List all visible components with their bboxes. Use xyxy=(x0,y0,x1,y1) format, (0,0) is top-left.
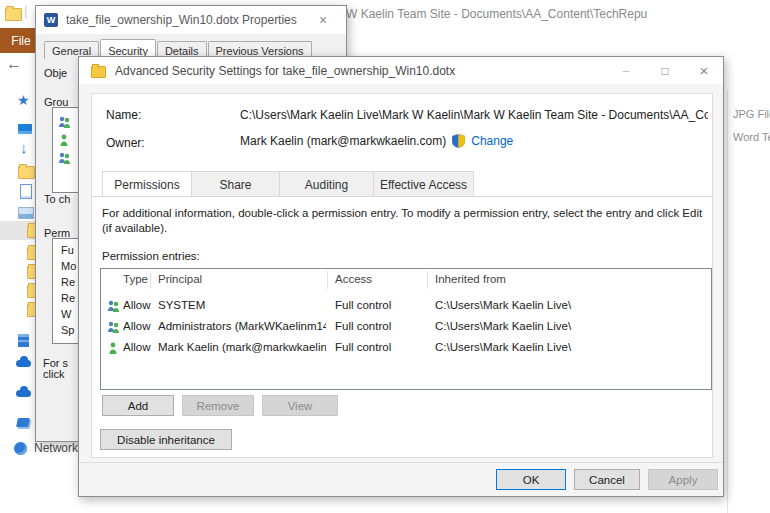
col-principal[interactable]: Principal xyxy=(158,273,202,285)
cell-inherited: C:\Users\Mark Kaelin Live\ xyxy=(435,299,705,311)
add-button[interactable]: Add xyxy=(102,395,174,416)
name-value: C:\Users\Mark Kaelin Live\Mark W Kaelin\… xyxy=(240,108,708,122)
tab-underline xyxy=(92,196,712,197)
network-icon xyxy=(14,442,27,455)
tab-auditing[interactable]: Auditing xyxy=(280,171,374,197)
advanced-title: Advanced Security Settings for take_file… xyxy=(115,64,602,78)
picture-icon xyxy=(18,207,34,219)
sidebar-item-onedrive-folder[interactable] xyxy=(18,165,35,183)
column-separator xyxy=(150,271,151,289)
table-row[interactable]: Allow Mark Kaelin (mark@markwkaelin.com)… xyxy=(101,339,709,360)
sidebar-item-downloads[interactable]: ↓ xyxy=(20,139,28,157)
maximize-icon[interactable]: □ xyxy=(650,61,680,81)
instruction-text: For additional information, double-click… xyxy=(102,206,706,236)
onedrive-cloud-icon xyxy=(16,360,31,367)
sidebar-item-network[interactable]: Network xyxy=(14,441,78,455)
cell-principal: Mark Kaelin (mark@markwkaelin.com) xyxy=(158,341,326,353)
minimize-icon[interactable]: – xyxy=(611,61,641,81)
tab-permissions[interactable]: Permissions xyxy=(102,171,192,197)
column-divider xyxy=(727,90,728,513)
download-arrow-icon: ↓ xyxy=(20,141,28,155)
cell-access: Full control xyxy=(335,299,391,311)
quick-access-folder-icon[interactable] xyxy=(5,8,22,21)
star-icon: ★ xyxy=(17,93,30,107)
security-folder-icon xyxy=(91,66,106,78)
file-type-cell: Word Te xyxy=(733,131,770,143)
onedrive-cloud-icon xyxy=(16,390,31,397)
users-icon xyxy=(107,321,120,333)
table-row[interactable]: Allow Administrators (MarkWKaelinm14x\A.… xyxy=(101,318,709,339)
tab-effective-access[interactable]: Effective Access xyxy=(374,171,474,197)
this-pc-icon xyxy=(16,418,30,427)
cell-principal: Administrators (MarkWKaelinm14x\A... xyxy=(158,320,326,332)
footer-separator xyxy=(79,462,723,463)
view-button: View xyxy=(262,395,338,416)
cell-inherited: C:\Users\Mark Kaelin Live\ xyxy=(435,341,705,353)
file-type-cell: JPG File xyxy=(733,108,770,120)
change-owner-link[interactable]: Change xyxy=(471,134,513,148)
sidebar-item-documents[interactable] xyxy=(20,184,32,203)
tab-share[interactable]: Share xyxy=(192,171,280,197)
explorer-window-title: W Kaelin Team Site - Documents\AA_Conten… xyxy=(346,7,766,21)
cancel-button[interactable]: Cancel xyxy=(574,469,640,490)
cell-principal: SYSTEM xyxy=(158,299,326,311)
owner-label: Owner: xyxy=(106,136,145,150)
sidebar-item-label: Network xyxy=(34,441,78,455)
cell-access: Full control xyxy=(335,341,391,353)
cell-type: Allow xyxy=(123,341,150,353)
advanced-tabs: PermissionsShareAuditingEffective Access xyxy=(102,171,474,197)
users-icon xyxy=(58,116,71,128)
folder-icon xyxy=(18,166,35,179)
cell-type: Allow xyxy=(123,299,150,311)
cell-inherited: C:\Users\Mark Kaelin Live\ xyxy=(435,320,705,332)
owner-value: Mark Kaelin (mark@markwkaelin.com) xyxy=(240,134,446,148)
advanced-security-dialog: Advanced Security Settings for take_file… xyxy=(78,56,724,497)
permission-entries-label: Permission entries: xyxy=(102,249,200,264)
column-separator xyxy=(327,271,328,289)
special-permissions-note-2: click xyxy=(43,368,81,380)
word-document-icon: W xyxy=(44,13,58,27)
toolbar-separator: | xyxy=(24,3,27,18)
advanced-content-panel: Name: C:\Users\Mark Kaelin Live\Mark W K… xyxy=(91,93,713,458)
users-icon xyxy=(58,152,71,164)
monitor-icon xyxy=(18,124,32,134)
library-icon xyxy=(18,334,29,347)
properties-titlebar[interactable]: W take_file_ownership_Win10.dotx Propert… xyxy=(36,6,346,34)
document-icon xyxy=(20,184,32,199)
column-separator xyxy=(427,271,428,289)
col-type[interactable]: Type xyxy=(123,273,148,285)
user-icon xyxy=(58,134,71,146)
col-inherited-from[interactable]: Inherited from xyxy=(435,273,506,285)
uac-shield-icon xyxy=(452,134,465,148)
back-button[interactable]: ← xyxy=(6,55,22,73)
permission-entries-table[interactable]: Type Principal Access Inherited from All… xyxy=(100,268,712,390)
col-access[interactable]: Access xyxy=(335,273,372,285)
cell-access: Full control xyxy=(335,320,391,332)
remove-button: Remove xyxy=(182,395,254,416)
apply-button: Apply xyxy=(648,469,718,490)
ok-button[interactable]: OK xyxy=(496,469,566,490)
advanced-titlebar[interactable]: Advanced Security Settings for take_file… xyxy=(79,57,723,84)
close-icon[interactable]: × xyxy=(689,61,719,81)
disable-inheritance-button[interactable]: Disable inheritance xyxy=(100,429,232,450)
sidebar-item-desktop[interactable] xyxy=(18,120,32,138)
table-row[interactable]: Allow SYSTEM Full control C:\Users\Mark … xyxy=(101,297,709,318)
table-header: Type Principal Access Inherited from xyxy=(101,269,709,291)
owner-row: Mark Kaelin (mark@markwkaelin.com) Chang… xyxy=(240,134,513,148)
properties-title: take_file_ownership_Win10.dotx Propertie… xyxy=(66,13,300,27)
users-icon xyxy=(107,300,120,312)
cell-type: Allow xyxy=(123,320,150,332)
user-icon xyxy=(107,342,120,354)
name-label: Name: xyxy=(106,108,141,122)
close-icon[interactable]: × xyxy=(308,10,338,30)
